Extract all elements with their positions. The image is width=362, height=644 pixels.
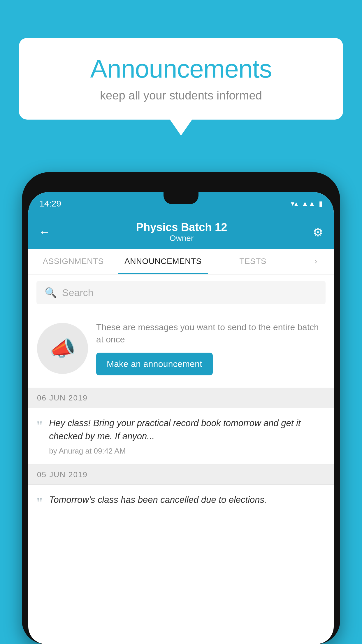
status-time: 14:29	[39, 199, 61, 209]
quote-icon-2: "	[36, 496, 43, 511]
search-bar-wrapper: 🔍 Search	[28, 274, 334, 311]
phone-screen: 14:29 ▾▴ ▲▲ ▮ ← Physics Batch 12 Owner ⚙…	[28, 192, 334, 644]
quote-icon-1: "	[36, 419, 43, 434]
status-icons: ▾▴ ▲▲ ▮	[291, 200, 323, 208]
tab-tests[interactable]: TESTS	[208, 249, 298, 274]
announcement-text-block-1: Hey class! Bring your practical record b…	[49, 417, 325, 456]
battery-icon: ▮	[319, 200, 323, 208]
signal-icon: ▲▲	[301, 200, 315, 208]
wifi-icon: ▾▴	[291, 200, 298, 208]
tabs-bar: ASSIGNMENTS ANNOUNCEMENTS TESTS ›	[28, 249, 334, 274]
tab-announcements[interactable]: ANNOUNCEMENTS	[118, 249, 208, 274]
app-bar-title: Physics Batch 12	[50, 221, 313, 234]
speech-bubble-subtitle: keep all your students informed	[39, 89, 323, 102]
app-bar-subtitle: Owner	[50, 234, 313, 243]
back-button[interactable]: ←	[39, 225, 50, 239]
status-bar: 14:29 ▾▴ ▲▲ ▮	[28, 192, 334, 215]
settings-icon[interactable]: ⚙	[313, 225, 323, 239]
make-announcement-button[interactable]: Make an announcement	[96, 353, 213, 375]
speech-bubble: Announcements keep all your students inf…	[19, 38, 343, 120]
date-divider-2: 05 JUN 2019	[28, 465, 334, 485]
search-input[interactable]: Search	[62, 287, 94, 298]
announcement-info: These are messages you want to send to t…	[96, 321, 325, 375]
tab-assignments[interactable]: ASSIGNMENTS	[28, 249, 118, 274]
announcement-text-block-2: Tomorrow's class has been cancelled due …	[49, 494, 325, 510]
speech-bubble-wrapper: Announcements keep all your students inf…	[19, 38, 343, 136]
app-bar: ← Physics Batch 12 Owner ⚙	[28, 215, 334, 249]
app-bar-title-block: Physics Batch 12 Owner	[50, 221, 313, 243]
phone-notch	[164, 192, 198, 204]
announcement-item-2[interactable]: " Tomorrow's class has been cancelled du…	[28, 485, 334, 520]
announcement-prompt-card: 📣 These are messages you want to send to…	[28, 311, 334, 388]
date-divider-1: 06 JUN 2019	[28, 388, 334, 408]
announcement-description: These are messages you want to send to t…	[96, 321, 325, 346]
announcement-message-1: Hey class! Bring your practical record b…	[49, 417, 325, 443]
announcement-meta-1: by Anurag at 09:42 AM	[49, 447, 325, 456]
tab-more[interactable]: ›	[298, 249, 334, 274]
search-bar[interactable]: 🔍 Search	[36, 281, 326, 304]
speech-bubble-title: Announcements	[39, 54, 323, 84]
search-icon: 🔍	[45, 287, 57, 298]
speech-bubble-tail	[170, 120, 192, 136]
announcement-item-1[interactable]: " Hey class! Bring your practical record…	[28, 408, 334, 465]
megaphone-circle: 📣	[37, 323, 88, 374]
phone-frame: 14:29 ▾▴ ▲▲ ▮ ← Physics Batch 12 Owner ⚙…	[22, 172, 340, 644]
megaphone-icon: 📣	[50, 336, 76, 361]
announcement-message-2: Tomorrow's class has been cancelled due …	[49, 494, 325, 507]
